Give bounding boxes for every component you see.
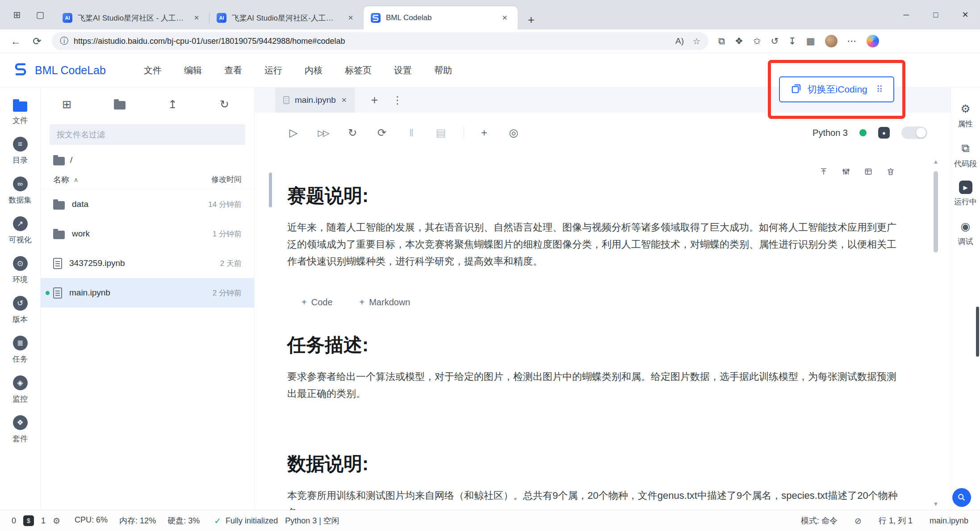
breadcrumb[interactable]: / — [41, 150, 254, 170]
new-tab-button[interactable]: + — [521, 10, 541, 30]
menu-settings[interactable]: 设置 — [383, 53, 423, 87]
tab-close-icon[interactable]: ✕ — [345, 12, 356, 24]
file-row-work[interactable]: work 1 分钟前 — [41, 219, 254, 249]
new-notebook-tab-icon[interactable]: + — [371, 93, 378, 107]
file-row-main-notebook[interactable]: main.ipynb 2 分钟前 — [41, 278, 254, 308]
notebook-scrollbar[interactable]: ▲ ▼ — [933, 158, 939, 507]
collections-icon[interactable]: ⧉ — [718, 36, 725, 46]
kernel-state[interactable]: Python 3 | 空闲 — [285, 515, 339, 526]
interrupt-icon[interactable]: ‖ — [405, 126, 418, 139]
site-info-icon[interactable]: ⓘ — [60, 35, 68, 47]
browser-tab-1[interactable]: AI 飞桨AI Studio星河社区 - 人工智能 ✕ — [55, 6, 209, 30]
notebook-tab-main[interactable]: main.ipynb ✕ — [275, 88, 355, 113]
notifications-off-icon[interactable]: ⊘ — [854, 516, 862, 526]
back-icon[interactable]: ← — [9, 35, 22, 47]
rail-item-running[interactable]: ▶ 运行中 — [954, 181, 977, 207]
markdown-cell-2[interactable]: 任务描述: 要求参赛者给出一个算法或模型，对于给定的图片，检测出图片中的蝴蝶类别… — [269, 316, 916, 415]
rail-item-properties[interactable]: ⚙ 属性 — [958, 101, 973, 129]
profile-avatar[interactable] — [825, 35, 838, 47]
rail-item-visualization[interactable]: ↗ 可视化 — [9, 216, 32, 245]
error-count[interactable]: 0 — [12, 516, 16, 526]
favorites-bar-icon[interactable]: ✩ — [753, 36, 761, 46]
file-filter-input[interactable] — [50, 124, 245, 145]
browser-tools-icon[interactable]: ▦ — [806, 36, 815, 46]
upload-icon[interactable]: ↥ — [168, 98, 177, 111]
copilot-icon[interactable] — [867, 35, 879, 47]
url-text[interactable]: https://aistudio.baidu.com/bj-cpu-01/use… — [74, 37, 345, 46]
tab-close-icon[interactable]: ✕ — [499, 12, 511, 24]
menu-tabs[interactable]: 标签页 — [334, 53, 383, 87]
minimize-button[interactable]: ─ — [892, 0, 921, 30]
rail-item-debug[interactable]: ◉ 调试 — [958, 219, 973, 247]
restart-kernel-icon[interactable]: ↻ — [346, 126, 359, 139]
menu-edit[interactable]: 编辑 — [173, 53, 213, 87]
menu-file[interactable]: 文件 — [133, 53, 173, 87]
rail-item-environment[interactable]: ⊙ 环境 — [13, 256, 28, 285]
refresh-tree-icon[interactable]: ↻ — [220, 98, 229, 111]
session-icon[interactable]: ● — [878, 127, 890, 139]
menu-run[interactable]: 运行 — [253, 53, 293, 87]
save-icon[interactable]: ▤ — [434, 126, 448, 139]
cell-table-icon[interactable] — [864, 167, 873, 176]
rail-item-toc[interactable]: ≡ 目录 — [13, 137, 28, 165]
menu-view[interactable]: 查看 — [213, 53, 253, 87]
page-scrollbar-thumb[interactable] — [976, 307, 979, 357]
kernel-settings-icon[interactable]: ◎ — [507, 126, 520, 139]
tab-overview-icon[interactable]: ▢ — [32, 7, 48, 23]
browser-tab-2[interactable]: AI 飞桨AI Studio星河社区-人工智能 ✕ — [209, 6, 364, 30]
mode-toggle[interactable] — [901, 126, 927, 139]
reload-icon[interactable]: ⟳ — [30, 35, 44, 47]
delete-cell-icon[interactable] — [886, 167, 895, 176]
sort-caret-icon[interactable]: ∧ — [74, 176, 78, 183]
tab-close-icon[interactable]: ✕ — [191, 12, 202, 24]
refresh-icon[interactable]: ⟳ — [375, 126, 389, 139]
read-aloud-icon[interactable]: A) — [675, 36, 684, 46]
tabbar-more-icon[interactable]: ⋮ — [392, 94, 402, 106]
drag-grid-icon[interactable]: ⠿ — [876, 84, 883, 95]
scroll-up-icon[interactable]: ▲ — [933, 158, 939, 165]
history-icon[interactable]: ↺ — [771, 36, 779, 46]
new-file-icon[interactable]: ⊞ — [62, 98, 71, 111]
rail-item-snippets[interactable]: ⧉ 代码段 — [954, 141, 977, 169]
rail-item-files[interactable]: 文件 — [13, 98, 28, 126]
run-all-icon[interactable]: ▷▷ — [316, 128, 330, 138]
maximize-button[interactable]: □ — [921, 0, 951, 30]
close-button[interactable]: ✕ — [951, 0, 980, 30]
downloads-icon[interactable]: ↧ — [788, 36, 796, 46]
new-folder-icon[interactable] — [114, 101, 126, 110]
url-bar[interactable]: ⓘ https://aistudio.baidu.com/bj-cpu-01/u… — [52, 32, 708, 50]
add-markdown-button[interactable]: + Markdown — [360, 297, 410, 308]
insert-cell-icon[interactable]: + — [477, 126, 491, 139]
rail-item-monitor[interactable]: ◈ 监控 — [13, 375, 28, 404]
file-row-data[interactable]: data 14 分钟前 — [41, 190, 254, 219]
rail-item-versions[interactable]: ↺ 版本 — [13, 296, 28, 324]
workspaces-icon[interactable]: ⊞ — [9, 7, 25, 23]
rail-item-tasks[interactable]: ≣ 任务 — [13, 336, 28, 364]
add-code-button[interactable]: + Code — [302, 297, 333, 308]
terminal-icon[interactable]: $ — [23, 515, 34, 526]
browser-tab-active[interactable]: BML Codelab ✕ — [364, 6, 518, 30]
file-row-notebook[interactable]: 3437259.ipynb 2 天前 — [41, 249, 254, 278]
favorite-star-icon[interactable]: ☆ — [693, 36, 700, 46]
cell-selection-bar[interactable] — [269, 173, 272, 207]
switch-to-icoding-button[interactable]: 切换至iCoding ⠿ — [779, 76, 894, 102]
menu-kernel[interactable]: 内核 — [293, 53, 334, 87]
run-cell-icon[interactable]: ▷ — [287, 126, 300, 139]
scroll-down-icon[interactable]: ▼ — [933, 501, 939, 507]
markdown-cell-3[interactable]: 数据说明: 本竞赛所用训练和测试图片均来自网络（和鲸社区）。总共有9个属，20个… — [269, 434, 916, 510]
column-modified[interactable]: 修改时间 — [211, 174, 242, 185]
mode-indicator[interactable]: 模式: 命令 — [801, 515, 838, 526]
column-name[interactable]: 名称 — [53, 174, 69, 185]
cursor-position[interactable]: 行 1, 列 1 — [879, 515, 913, 526]
status-gear-icon[interactable]: ⚙ — [53, 516, 60, 526]
cell-format-icon[interactable] — [842, 167, 850, 176]
search-fab-button[interactable] — [952, 488, 971, 507]
scrollbar-thumb[interactable] — [934, 171, 938, 253]
markdown-cell-1[interactable]: 赛题说明: 近年来，随着人工智能的发展，其在语音识别、自然语言处理、图像与视频分… — [269, 166, 916, 282]
rail-item-suite[interactable]: ❖ 套件 — [13, 415, 28, 444]
more-menu-icon[interactable]: ⋯ — [847, 36, 857, 46]
warning-count[interactable]: 1 — [41, 516, 46, 526]
menu-help[interactable]: 帮助 — [423, 53, 463, 87]
rail-item-dataset[interactable]: ∞ 数据集 — [9, 177, 32, 205]
notebook-tab-close-icon[interactable]: ✕ — [341, 96, 347, 104]
